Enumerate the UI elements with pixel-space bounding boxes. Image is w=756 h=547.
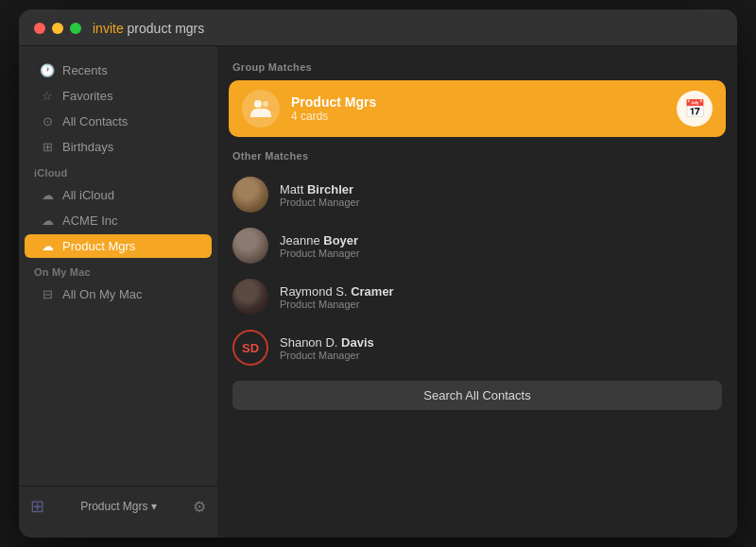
contact-info-matt-birchler: Matt Birchler Product Manager [280,182,722,208]
main-content: Group Matches Product Mgrs 4 cards 📅 [217,46,737,538]
star-icon: ☆ [40,89,55,103]
cloud-icon: ☁ [40,188,55,202]
sidebar-item-birthdays[interactable]: ⊞ Birthdays [25,135,212,159]
contact-role-matt-birchler: Product Manager [280,197,722,208]
avatar-raymond-cramer [232,279,268,315]
mac-icon: ⊟ [40,287,55,301]
search-all-contacts-button[interactable]: Search All Contacts [232,381,722,410]
group-match-product-mgrs[interactable]: Product Mgrs 4 cards 📅 [229,80,726,137]
title-highlight: invite [93,21,124,36]
sidebar-item-recents[interactable]: 🕐 Recents [25,59,212,82]
icloud-section-header: iCloud [19,160,217,182]
contact-role-raymond-cramer: Product Manager [280,299,722,310]
group-avatar [242,90,280,128]
calendar-icon: 📅 [684,98,705,119]
cloud-icon-2: ☁ [40,214,55,228]
contact-shanon-davis[interactable]: SD Shanon D. Davis Product Manager [217,322,737,373]
contact-name-shanon-davis: Shanon D. Davis [280,335,722,350]
calendar-icon: ⊞ [40,140,55,154]
maximize-button[interactable] [70,23,81,34]
app-window: invite product mgrs 🕐 Recents ☆ Favorite… [19,9,737,538]
sidebar-item-product-mgrs[interactable]: ☁ Product Mgrs [25,234,212,258]
contact-info-shanon-davis: Shanon D. Davis Product Manager [280,335,722,361]
contact-raymond-cramer[interactable]: Raymond S. Cramer Product Manager [217,271,737,322]
sidebar-footer: ⊞ Product Mgrs ▾ ⚙ [19,486,217,526]
group-name: Product Mgrs [291,94,665,110]
close-button[interactable] [34,23,45,34]
avatar-jeanne-boyer [232,228,268,264]
app-body: 🕐 Recents ☆ Favorites ⊙ All Contacts ⊞ B… [19,46,737,538]
sidebar: 🕐 Recents ☆ Favorites ⊙ All Contacts ⊞ B… [19,46,217,538]
sidebar-item-favorites[interactable]: ☆ Favorites [25,84,212,108]
group-info: Product Mgrs 4 cards [291,94,665,123]
sidebar-item-all-contacts[interactable]: ⊙ All Contacts [25,110,212,133]
window-title: invite product mgrs [93,21,204,36]
titlebar: invite product mgrs [19,9,737,46]
avatar-shanon-davis: SD [232,330,268,366]
group-avatar-icon [249,97,272,120]
group-matches-header: Group Matches [217,58,737,80]
group-calendar-button[interactable]: 📅 [677,91,713,127]
contact-name-matt-birchler: Matt Birchler [280,182,722,197]
sidebar-item-acme-inc[interactable]: ☁ ACME Inc [25,209,212,232]
contact-role-jeanne-boyer: Product Manager [280,248,722,259]
footer-dropdown[interactable]: Product Mgrs ▾ [80,500,157,513]
contact-name-raymond-cramer: Raymond S. Cramer [280,284,722,299]
group-count: 4 cards [291,110,665,123]
clock-icon: 🕐 [40,63,55,77]
settings-icon[interactable]: ⚙ [193,498,206,516]
svg-point-1 [263,101,268,107]
traffic-lights [34,23,81,34]
person-icon: ⊙ [40,114,55,128]
sidebar-item-all-on-my-mac[interactable]: ⊟ All On My Mac [25,282,212,306]
contact-role-shanon-davis: Product Manager [280,350,722,361]
contact-info-jeanne-boyer: Jeanne Boyer Product Manager [280,233,722,259]
on-my-mac-section-header: On My Mac [19,259,217,282]
contact-jeanne-boyer[interactable]: Jeanne Boyer Product Manager [217,220,737,271]
avatar-matt-birchler: 👤 [232,177,268,213]
other-matches-header: Other Matches [217,146,737,169]
contact-matt-birchler[interactable]: 👤 Matt Birchler Product Manager [217,169,737,220]
sidebar-toggle-icon[interactable]: ⊞ [30,496,44,517]
contact-info-raymond-cramer: Raymond S. Cramer Product Manager [280,284,722,310]
cloud-icon-3: ☁ [40,239,55,253]
contact-name-jeanne-boyer: Jeanne Boyer [280,233,722,248]
minimize-button[interactable] [52,23,63,34]
sidebar-item-all-icloud[interactable]: ☁ All iCloud [25,183,212,207]
svg-point-0 [254,100,262,108]
